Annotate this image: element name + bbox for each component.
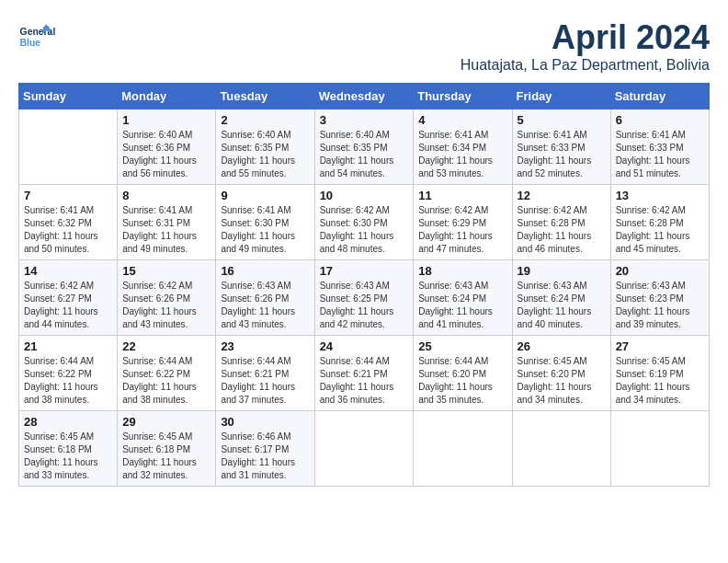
day-info: Sunrise: 6:45 AMSunset: 6:18 PMDaylight:… [24, 431, 98, 480]
day-info: Sunrise: 6:40 AMSunset: 6:35 PMDaylight:… [221, 130, 295, 178]
day-info: Sunrise: 6:41 AMSunset: 6:33 PMDaylight:… [616, 130, 690, 178]
calendar-cell: 27 Sunrise: 6:45 AMSunset: 6:19 PMDaylig… [610, 336, 709, 411]
calendar-cell: 4 Sunrise: 6:41 AMSunset: 6:34 PMDayligh… [414, 109, 512, 185]
day-number: 17 [320, 264, 409, 278]
logo-icon: General Blue [18, 18, 55, 55]
calendar-cell: 26 Sunrise: 6:45 AMSunset: 6:20 PMDaylig… [512, 336, 610, 411]
calendar-cell: 1 Sunrise: 6:40 AMSunset: 6:36 PMDayligh… [118, 109, 216, 185]
calendar-week-row: 28 Sunrise: 6:45 AMSunset: 6:18 PMDaylig… [19, 411, 710, 487]
day-info: Sunrise: 6:44 AMSunset: 6:21 PMDaylight:… [221, 356, 295, 405]
page-header: General Blue April 2024 Huatajata, La Pa… [18, 18, 710, 74]
day-info: Sunrise: 6:42 AMSunset: 6:28 PMDaylight:… [518, 205, 592, 254]
day-info: Sunrise: 6:43 AMSunset: 6:25 PMDaylight:… [320, 281, 394, 329]
day-number: 23 [221, 339, 309, 353]
day-number: 7 [24, 189, 112, 202]
day-number: 4 [418, 113, 506, 127]
calendar-week-row: 21 Sunrise: 6:44 AMSunset: 6:22 PMDaylig… [19, 336, 710, 411]
day-info: Sunrise: 6:44 AMSunset: 6:22 PMDaylight:… [122, 356, 197, 405]
day-number: 11 [418, 189, 506, 202]
day-number: 27 [616, 339, 704, 353]
day-number: 3 [320, 113, 409, 127]
logo: General Blue [18, 18, 55, 55]
day-number: 13 [616, 189, 704, 202]
column-header-friday: Friday [512, 84, 610, 109]
column-header-tuesday: Tuesday [216, 84, 314, 109]
location-title: Huatajata, La Paz Department, Bolivia [461, 57, 710, 74]
day-info: Sunrise: 6:43 AMSunset: 6:23 PMDaylight:… [616, 281, 690, 329]
month-title: April 2024 [461, 18, 710, 57]
day-info: Sunrise: 6:41 AMSunset: 6:34 PMDaylight:… [418, 130, 493, 178]
title-block: April 2024 Huatajata, La Paz Department,… [461, 18, 710, 74]
calendar-cell: 6 Sunrise: 6:41 AMSunset: 6:33 PMDayligh… [610, 109, 709, 185]
calendar-week-row: 14 Sunrise: 6:42 AMSunset: 6:27 PMDaylig… [19, 260, 710, 336]
day-number: 19 [518, 264, 606, 278]
day-number: 12 [518, 189, 606, 202]
calendar-cell: 20 Sunrise: 6:43 AMSunset: 6:23 PMDaylig… [610, 260, 709, 336]
day-number: 2 [221, 113, 309, 127]
day-info: Sunrise: 6:44 AMSunset: 6:20 PMDaylight:… [418, 356, 493, 405]
day-number: 28 [24, 415, 112, 429]
day-info: Sunrise: 6:42 AMSunset: 6:28 PMDaylight:… [616, 205, 690, 254]
calendar-cell: 29 Sunrise: 6:45 AMSunset: 6:18 PMDaylig… [118, 411, 216, 487]
day-number: 18 [418, 264, 506, 278]
calendar-cell: 25 Sunrise: 6:44 AMSunset: 6:20 PMDaylig… [414, 336, 512, 411]
day-number: 30 [221, 415, 309, 429]
column-header-sunday: Sunday [19, 84, 118, 109]
calendar-cell: 11 Sunrise: 6:42 AMSunset: 6:29 PMDaylig… [414, 185, 512, 260]
calendar-cell: 14 Sunrise: 6:42 AMSunset: 6:27 PMDaylig… [19, 260, 118, 336]
calendar-cell [414, 411, 512, 487]
day-info: Sunrise: 6:44 AMSunset: 6:22 PMDaylight:… [24, 356, 98, 405]
column-header-saturday: Saturday [610, 84, 709, 109]
day-info: Sunrise: 6:40 AMSunset: 6:35 PMDaylight:… [320, 130, 394, 178]
day-info: Sunrise: 6:43 AMSunset: 6:26 PMDaylight:… [221, 281, 295, 329]
day-info: Sunrise: 6:44 AMSunset: 6:21 PMDaylight:… [320, 356, 394, 405]
calendar-cell: 24 Sunrise: 6:44 AMSunset: 6:21 PMDaylig… [314, 336, 414, 411]
calendar-cell: 2 Sunrise: 6:40 AMSunset: 6:35 PMDayligh… [216, 109, 314, 185]
calendar-cell: 8 Sunrise: 6:41 AMSunset: 6:31 PMDayligh… [118, 185, 216, 260]
day-info: Sunrise: 6:40 AMSunset: 6:36 PMDaylight:… [122, 130, 197, 178]
calendar-cell [610, 411, 709, 487]
calendar-cell: 10 Sunrise: 6:42 AMSunset: 6:30 PMDaylig… [314, 185, 414, 260]
calendar-cell: 19 Sunrise: 6:43 AMSunset: 6:24 PMDaylig… [512, 260, 610, 336]
calendar-cell: 9 Sunrise: 6:41 AMSunset: 6:30 PMDayligh… [216, 185, 314, 260]
column-header-thursday: Thursday [414, 84, 512, 109]
calendar-table: SundayMondayTuesdayWednesdayThursdayFrid… [18, 83, 710, 487]
day-number: 29 [122, 415, 210, 429]
day-number: 14 [24, 264, 112, 278]
calendar-cell [314, 411, 414, 487]
calendar-cell: 18 Sunrise: 6:43 AMSunset: 6:24 PMDaylig… [414, 260, 512, 336]
day-info: Sunrise: 6:41 AMSunset: 6:31 PMDaylight:… [122, 205, 197, 254]
calendar-cell: 15 Sunrise: 6:42 AMSunset: 6:26 PMDaylig… [118, 260, 216, 336]
day-info: Sunrise: 6:43 AMSunset: 6:24 PMDaylight:… [518, 281, 592, 329]
calendar-cell: 21 Sunrise: 6:44 AMSunset: 6:22 PMDaylig… [19, 336, 118, 411]
day-number: 25 [418, 339, 506, 353]
calendar-cell: 30 Sunrise: 6:46 AMSunset: 6:17 PMDaylig… [216, 411, 314, 487]
day-info: Sunrise: 6:41 AMSunset: 6:32 PMDaylight:… [24, 205, 98, 254]
day-number: 9 [221, 189, 309, 202]
calendar-cell: 22 Sunrise: 6:44 AMSunset: 6:22 PMDaylig… [118, 336, 216, 411]
calendar-cell [512, 411, 610, 487]
calendar-week-row: 1 Sunrise: 6:40 AMSunset: 6:36 PMDayligh… [19, 109, 710, 185]
day-number: 6 [616, 113, 704, 127]
day-info: Sunrise: 6:41 AMSunset: 6:30 PMDaylight:… [221, 205, 295, 254]
calendar-cell: 5 Sunrise: 6:41 AMSunset: 6:33 PMDayligh… [512, 109, 610, 185]
day-info: Sunrise: 6:45 AMSunset: 6:19 PMDaylight:… [616, 356, 690, 405]
day-info: Sunrise: 6:42 AMSunset: 6:29 PMDaylight:… [418, 205, 493, 254]
day-number: 16 [221, 264, 309, 278]
day-number: 15 [122, 264, 210, 278]
calendar-cell: 12 Sunrise: 6:42 AMSunset: 6:28 PMDaylig… [512, 185, 610, 260]
day-info: Sunrise: 6:45 AMSunset: 6:18 PMDaylight:… [122, 431, 197, 480]
day-number: 22 [122, 339, 210, 353]
calendar-cell: 28 Sunrise: 6:45 AMSunset: 6:18 PMDaylig… [19, 411, 118, 487]
calendar-cell [19, 109, 118, 185]
calendar-cell: 3 Sunrise: 6:40 AMSunset: 6:35 PMDayligh… [314, 109, 414, 185]
svg-text:Blue: Blue [20, 38, 41, 48]
day-number: 21 [24, 339, 112, 353]
day-number: 24 [320, 339, 409, 353]
day-number: 5 [518, 113, 606, 127]
calendar-week-row: 7 Sunrise: 6:41 AMSunset: 6:32 PMDayligh… [19, 185, 710, 260]
day-info: Sunrise: 6:46 AMSunset: 6:17 PMDaylight:… [221, 431, 295, 480]
day-number: 26 [518, 339, 606, 353]
day-number: 20 [616, 264, 704, 278]
day-number: 8 [122, 189, 210, 202]
